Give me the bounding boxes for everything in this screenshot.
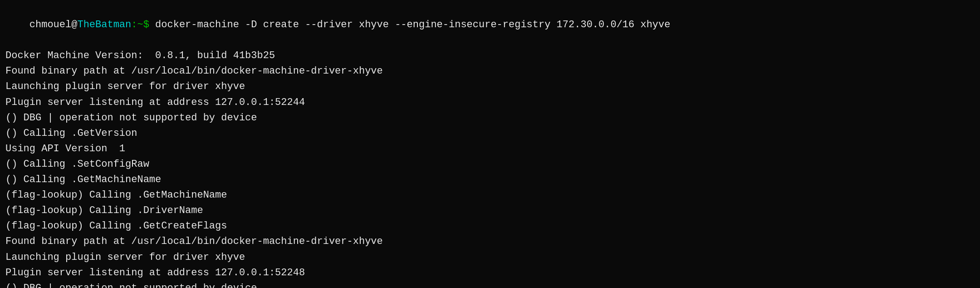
output-line-04: Plugin server listening at address 127.0…: [5, 95, 975, 110]
output-line-08: () Calling .SetConfigRaw: [5, 157, 975, 172]
terminal-window: chmouel@TheBatman:~$ docker-machine -D c…: [0, 0, 980, 288]
hostname: TheBatman: [77, 19, 131, 30]
output-line-13: Found binary path at /usr/local/bin/dock…: [5, 234, 975, 249]
output-line-10: (flag-lookup) Calling .GetMachineName: [5, 188, 975, 203]
output-line-02: Found binary path at /usr/local/bin/dock…: [5, 64, 975, 79]
command-text: docker-machine -D create --driver xhyve …: [155, 19, 670, 30]
output-line-06: () Calling .GetVersion: [5, 126, 975, 141]
output-line-03: Launching plugin server for driver xhyve: [5, 79, 975, 94]
prompt-path: :~$: [131, 19, 155, 30]
output-line-11: (flag-lookup) Calling .DriverName: [5, 203, 975, 218]
output-line-12: (flag-lookup) Calling .GetCreateFlags: [5, 218, 975, 234]
output-line-01: Docker Machine Version: 0.8.1, build 41b…: [5, 48, 975, 64]
output-line-09: () Calling .GetMachineName: [5, 172, 975, 188]
output-line-05: () DBG | operation not supported by devi…: [5, 110, 975, 126]
output-line-16: () DBG | operation not supported by devi…: [5, 281, 975, 288]
command-line: chmouel@TheBatman:~$ docker-machine -D c…: [5, 2, 975, 48]
output-line-14: Launching plugin server for driver xhyve: [5, 250, 975, 265]
output-line-15: Plugin server listening at address 127.0…: [5, 265, 975, 281]
output-line-07: Using API Version 1: [5, 141, 975, 157]
username: chmouel@: [29, 19, 78, 30]
